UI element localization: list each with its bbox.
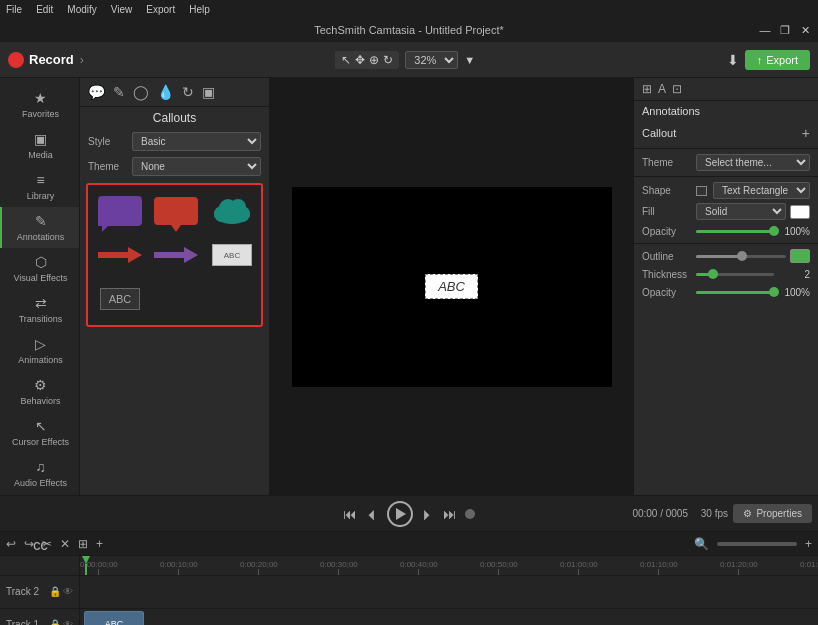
redo-button[interactable]: ↪ xyxy=(24,537,34,551)
callout-type-speech-icon[interactable]: 💬 xyxy=(88,84,105,100)
callout-white-rect[interactable]: ABC xyxy=(206,235,258,275)
track-2-eye-icon[interactable]: 👁 xyxy=(63,586,73,597)
add-track-button[interactable]: + xyxy=(96,537,103,551)
play-button[interactable] xyxy=(387,501,413,527)
undo-button[interactable]: ↩ xyxy=(6,537,16,551)
callout-type-pencil-icon[interactable]: ✎ xyxy=(113,84,125,100)
track-1-lock-icon[interactable]: 🔒 xyxy=(49,619,61,625)
timeline-zoom-slider[interactable] xyxy=(717,542,797,546)
transitions-icon: ⇄ xyxy=(35,295,47,311)
move-tool-icon[interactable]: ✥ xyxy=(355,53,365,67)
sidebar-item-media[interactable]: ▣ Media xyxy=(0,125,79,166)
callout-abc-large[interactable]: ABC xyxy=(94,279,146,319)
skip-back-button[interactable]: ⏮ xyxy=(343,506,357,522)
rotate-tool-icon[interactable]: ↻ xyxy=(383,53,393,67)
properties-button[interactable]: ⚙ Properties xyxy=(733,504,812,523)
sidebar-item-favorites[interactable]: ★ Favorites xyxy=(0,84,79,125)
track-2-lock-icon[interactable]: 🔒 xyxy=(49,586,61,597)
zoom-out-icon[interactable]: 🔍 xyxy=(694,537,709,551)
timeline-ruler[interactable]: 0:00:00;00 0:00:10;00 0:00:20;00 0:00:30… xyxy=(80,556,818,576)
skip-forward-button[interactable]: ⏭ xyxy=(443,506,457,522)
menu-export[interactable]: Export xyxy=(146,4,175,15)
zoom-in-icon[interactable]: + xyxy=(805,537,812,551)
add-callout-button[interactable]: + xyxy=(802,125,810,141)
close-button[interactable]: ✕ xyxy=(798,24,812,37)
library-icon: ≡ xyxy=(36,172,44,188)
fill-row: Fill Solid xyxy=(634,201,818,222)
sidebar-item-audio-effects[interactable]: ♫ Audio Effects xyxy=(0,453,79,494)
outline-color-swatch[interactable] xyxy=(790,249,810,263)
callout-red-speech[interactable] xyxy=(150,191,202,231)
sidebar-item-cursor-effects[interactable]: ↖ Cursor Effects xyxy=(0,412,79,453)
step-back-button[interactable]: ⏴ xyxy=(365,506,379,522)
sidebar-item-transitions[interactable]: ⇄ Transitions xyxy=(0,289,79,330)
toolbar-mid: ↖ ✥ ⊕ ↻ 32% ▼ xyxy=(92,51,719,69)
opacity-thumb[interactable] xyxy=(769,226,779,236)
minimize-button[interactable]: — xyxy=(758,24,772,37)
menu-modify[interactable]: Modify xyxy=(67,4,96,15)
callout-red-arrow[interactable] xyxy=(94,235,146,275)
ruler-mark-2: 0:00:20;00 xyxy=(240,560,278,575)
crop-tool-icon[interactable]: ⊕ xyxy=(369,53,379,67)
opacity-slider[interactable] xyxy=(696,224,774,238)
sidebar-item-annotations[interactable]: ✎ Annotations xyxy=(0,207,79,248)
style-label: Style xyxy=(88,136,126,147)
record-button[interactable]: Record xyxy=(8,52,74,68)
right-icon-1[interactable]: ⊞ xyxy=(642,82,652,96)
export-button[interactable]: ↑ Export xyxy=(745,50,810,70)
ruler-mark-3: 0:00:30;00 xyxy=(320,560,358,575)
track-1-eye-icon[interactable]: 👁 xyxy=(63,619,73,625)
right-icon-3[interactable]: ⊡ xyxy=(672,82,682,96)
delete-button[interactable]: ✕ xyxy=(60,537,70,551)
shape-select[interactable]: Text Rectangle xyxy=(713,182,810,199)
ruler-label-spacer xyxy=(0,556,79,576)
callout-type-arrow-icon[interactable]: ↻ xyxy=(182,84,194,100)
thickness-slider[interactable] xyxy=(696,267,774,281)
menu-view[interactable]: View xyxy=(111,4,133,15)
menu-edit[interactable]: Edit xyxy=(36,4,53,15)
callout-type-text-icon[interactable]: ▣ xyxy=(202,84,215,100)
zoom-dropdown-icon[interactable]: ▼ xyxy=(464,54,475,66)
track-label-2: Track 2 🔒 👁 xyxy=(0,576,79,609)
shape-preview xyxy=(696,186,707,196)
outline-slider[interactable] xyxy=(696,249,786,263)
callout-teal-cloud[interactable] xyxy=(206,191,258,231)
right-icon-2[interactable]: A xyxy=(658,82,666,96)
timeline-toolbar: ↩ ↪ ✂ ✕ ⊞ + 🔍 + xyxy=(0,532,818,556)
svg-marker-10 xyxy=(98,247,142,263)
cut-button[interactable]: ✂ xyxy=(42,537,52,551)
callout-type-circle-icon[interactable]: ◯ xyxy=(133,84,149,100)
zoom-select[interactable]: 32% xyxy=(405,51,458,69)
sidebar-item-library[interactable]: ≡ Library xyxy=(0,166,79,207)
outline-thumb[interactable] xyxy=(737,251,747,261)
menu-file[interactable]: File xyxy=(6,4,22,15)
position-indicator[interactable] xyxy=(465,509,475,519)
theme-select-right[interactable]: Select theme... xyxy=(696,154,810,171)
callout-purple-arrow[interactable] xyxy=(150,235,202,275)
split-button[interactable]: ⊞ xyxy=(78,537,88,551)
opacity2-thumb[interactable] xyxy=(769,287,779,297)
timeline-area: ↩ ↪ ✂ ✕ ⊞ + 🔍 + Track 2 🔒 👁 Track 1 🔒 xyxy=(0,531,818,625)
theme-select[interactable]: None xyxy=(132,157,261,176)
annotations-section-title: Annotations xyxy=(634,101,818,121)
track-2-row[interactable] xyxy=(80,576,818,609)
preview-callout: ABC xyxy=(425,274,478,299)
thickness-thumb[interactable] xyxy=(708,269,718,279)
select-tool-icon[interactable]: ↖ xyxy=(341,53,351,67)
style-select[interactable]: Basic xyxy=(132,132,261,151)
sidebar-item-visual-effects[interactable]: ⬡ Visual Effects xyxy=(0,248,79,289)
download-icon[interactable]: ⬇ xyxy=(727,52,739,68)
opacity2-slider[interactable] xyxy=(696,285,774,299)
maximize-button[interactable]: ❐ xyxy=(778,24,792,37)
sidebar-item-animations[interactable]: ▷ Animations xyxy=(0,330,79,371)
step-forward-button[interactable]: ⏵ xyxy=(421,506,435,522)
fill-select[interactable]: Solid xyxy=(696,203,786,220)
menu-help[interactable]: Help xyxy=(189,4,210,15)
fill-color-swatch[interactable] xyxy=(790,205,810,219)
track-clip-abc[interactable]: ABC xyxy=(84,611,144,625)
callout-type-drop-icon[interactable]: 💧 xyxy=(157,84,174,100)
sidebar-item-behaviors[interactable]: ⚙ Behaviors xyxy=(0,371,79,412)
export-arrow-icon: ↑ xyxy=(757,54,763,66)
callout-purple-speech[interactable] xyxy=(94,191,146,231)
track-1-row[interactable]: ABC xyxy=(80,609,818,626)
